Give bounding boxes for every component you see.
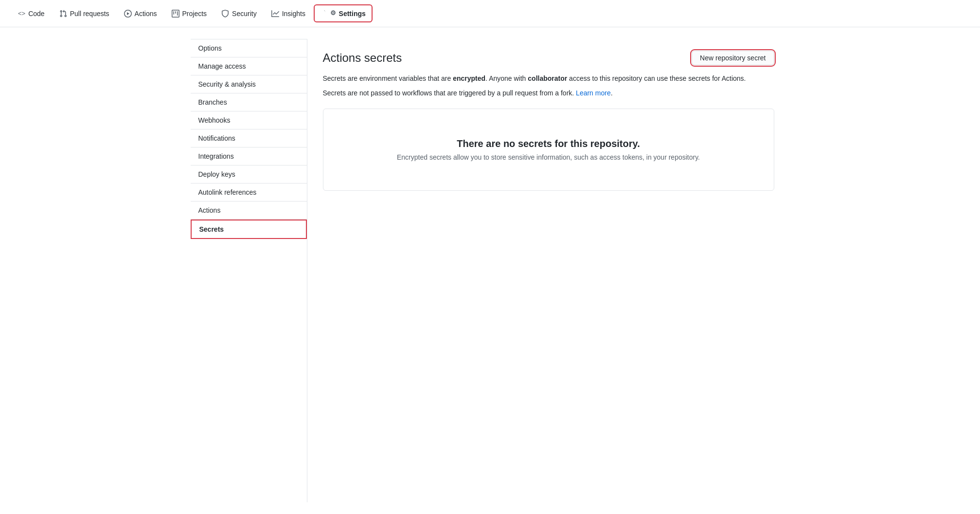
nav-settings-label: Settings [339,10,366,18]
page-wrapper: <> Code Pull requests Actions [0,0,980,514]
actions-icon [124,9,132,18]
sidebar-item-integrations[interactable]: Integrations [191,147,307,165]
nav-security-label: Security [232,10,257,18]
sidebar-item-notifications[interactable]: Notifications [191,129,307,147]
description-line2: Secrets are not passed to workflows that… [323,88,774,98]
desc-text-1: Secrets are environment variables that a… [323,74,453,82]
desc-bold-collaborator: collaborator [528,74,567,82]
security-icon [221,9,229,18]
sidebar-item-options[interactable]: Options [191,39,307,57]
page-title: Actions secrets [323,51,402,65]
sidebar-item-actions[interactable]: Actions [191,202,307,220]
projects-icon [172,9,179,18]
top-nav: <> Code Pull requests Actions [0,0,980,27]
pull-request-icon [59,9,67,18]
description-line1: Secrets are environment variables that a… [323,73,774,84]
nav-code[interactable]: <> Code [12,5,51,22]
sidebar-item-secrets[interactable]: Secrets [191,220,307,239]
nav-projects[interactable]: Projects [165,5,214,22]
nav-insights[interactable]: Insights [265,5,312,22]
new-repository-secret-button[interactable]: New repository secret [692,51,774,65]
desc-text-4: Secrets are not passed to workflows that… [323,89,576,97]
sidebar-item-security-analysis[interactable]: Security & analysis [191,75,307,93]
nav-actions-label: Actions [135,10,157,18]
desc-bold-encrypted: encrypted [453,74,485,82]
content-header: Actions secrets New repository secret [323,51,774,65]
sidebar-item-deploy-keys[interactable]: Deploy keys [191,165,307,184]
sidebar: Options Manage access Security & analysi… [191,39,307,502]
nav-pull-requests-label: Pull requests [70,10,109,18]
nav-settings[interactable]: ⚙ Settings [314,4,373,22]
sidebar-item-manage-access[interactable]: Manage access [191,57,307,75]
nav-security[interactable]: Security [215,5,263,22]
learn-more-link[interactable]: Learn more [576,89,611,97]
empty-box-title: There are no secrets for this repository… [335,138,762,149]
code-icon: <> [18,10,25,17]
nav-projects-label: Projects [182,10,207,18]
main-content: Actions secrets New repository secret Se… [307,39,790,502]
nav-pull-requests[interactable]: Pull requests [53,5,116,22]
nav-code-label: Code [28,10,44,18]
insights-icon [271,9,279,18]
empty-secrets-box: There are no secrets for this repository… [323,109,774,191]
sidebar-item-autolink-references[interactable]: Autolink references [191,184,307,202]
sidebar-item-webhooks[interactable]: Webhooks [191,111,307,129]
main-container: Options Manage access Security & analysi… [179,27,802,514]
empty-box-subtitle: Encrypted secrets allow you to store sen… [335,153,762,161]
desc-text-3: access to this repository can use these … [567,74,746,82]
nav-insights-label: Insights [282,10,305,18]
desc-text-2: . Anyone with [485,74,528,82]
sidebar-item-branches[interactable]: Branches [191,93,307,111]
desc-text-5: . [611,89,613,97]
nav-actions[interactable]: Actions [118,5,163,22]
settings-icon: ⚙ [321,9,336,18]
